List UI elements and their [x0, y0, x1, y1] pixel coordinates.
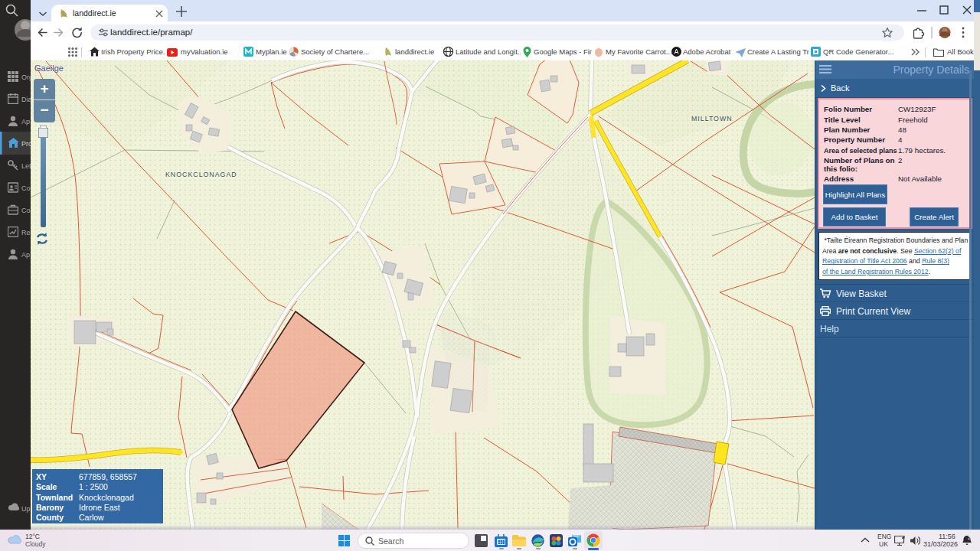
svg-text:MILLTOWN: MILLTOWN — [691, 115, 733, 122]
svg-text:KNOCKCLONAGAD: KNOCKCLONAGAD — [165, 171, 237, 178]
